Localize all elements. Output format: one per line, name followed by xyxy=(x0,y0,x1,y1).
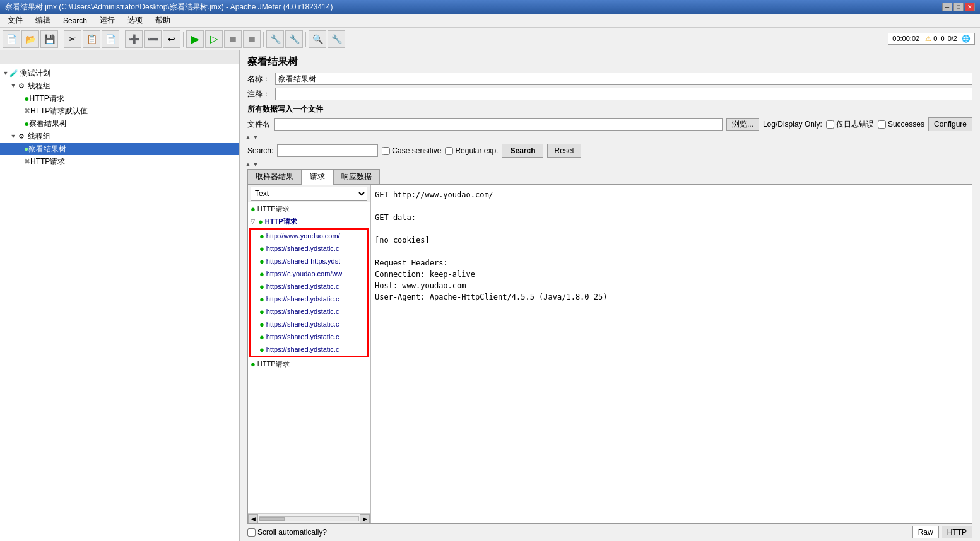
tree-label-threadgroup1: 线程组 xyxy=(28,81,50,91)
browse-button[interactable]: 浏览... xyxy=(726,118,759,131)
list-item-cyoudao[interactable]: ● https://c.youdao.com/ww xyxy=(251,267,367,280)
name-input[interactable] xyxy=(275,73,972,85)
h-scroll-track[interactable] xyxy=(259,516,359,521)
successes-checkbox[interactable] xyxy=(878,120,886,129)
list-item-shared7[interactable]: ● https://shared.ydstatic.c xyxy=(251,343,367,356)
tree-item-httpreq1[interactable]: ● HTTP请求 xyxy=(0,92,239,105)
regular-exp-label[interactable]: Regular exp. xyxy=(445,146,498,155)
close-button[interactable]: ✕ xyxy=(965,3,975,11)
menu-run[interactable]: 运行 xyxy=(95,14,120,27)
toolbar-remote[interactable]: 🔧 xyxy=(266,30,284,48)
tab-sampler-result[interactable]: 取样器结果 xyxy=(247,169,302,184)
name-row: 名称： xyxy=(240,71,980,86)
menu-search[interactable]: Search xyxy=(58,15,92,26)
window-title: 察看结果树.jmx (C:\Users\Administrator\Deskto… xyxy=(5,2,942,13)
log-error-checkbox-label[interactable]: 仅日志错误 xyxy=(826,119,874,130)
menu-edit[interactable]: 编辑 xyxy=(30,14,56,27)
log-error-label: 仅日志错误 xyxy=(836,119,874,130)
list-item-httpreq-last[interactable]: ● HTTP请求 xyxy=(248,358,370,370)
list-item-youdao[interactable]: ● http://www.youdao.com/ xyxy=(251,230,367,242)
httpreq1-status-icon: ● xyxy=(24,93,29,103)
menu-bar: 文件 编辑 Search 运行 选项 帮助 xyxy=(0,14,980,28)
list-item-shared4[interactable]: ● https://shared.ydstatic.c xyxy=(251,305,367,318)
scroll-auto-checkbox-label[interactable]: Scroll automatically? xyxy=(247,528,327,537)
toolbar-open[interactable]: 📂 xyxy=(21,30,39,48)
tab-response-data[interactable]: 响应数据 xyxy=(333,169,380,184)
content-line-3: GET data: xyxy=(375,212,968,223)
menu-help[interactable]: 帮助 xyxy=(150,14,175,27)
reset-button[interactable]: Reset xyxy=(547,144,581,158)
list-item-shared5[interactable]: ● https://shared.ydstatic.c xyxy=(251,318,367,330)
content-line-7: Request Headers: xyxy=(375,257,968,269)
tree-item-threadgroup2[interactable]: ▼ ⚙ 线程组 xyxy=(0,130,239,143)
case-sensitive-checkbox[interactable] xyxy=(382,147,390,155)
bottom-tab-http[interactable]: HTTP xyxy=(942,526,972,538)
tab-request[interactable]: 请求 xyxy=(302,169,333,185)
toolbar-sep-4 xyxy=(263,32,264,47)
list-item-httpreq-parent[interactable]: ▽ ● HTTP请求 xyxy=(248,215,370,228)
search-input[interactable] xyxy=(277,144,378,157)
list-item-green-icon-3: ● xyxy=(259,231,264,241)
toolbar-cut[interactable]: ✂ xyxy=(64,30,81,48)
toolbar-save[interactable]: 💾 xyxy=(40,30,58,48)
bottom-tab-raw[interactable]: Raw xyxy=(912,526,939,538)
tree-label-viewresults2: 察看结果树 xyxy=(28,144,66,154)
list-item-httpreq-first[interactable]: ● HTTP请求 xyxy=(248,202,370,215)
toolbar-timer: 00:00:02 ⚠ 0 0 0/2 🌐 xyxy=(888,33,975,45)
list-item-shared6[interactable]: ● https://shared.ydstatic.c xyxy=(251,330,367,343)
h-scroll-left-btn[interactable]: ◀ xyxy=(248,514,258,524)
list-item-shared3[interactable]: ● https://shared.ydstatic.c xyxy=(251,293,367,305)
file-input[interactable] xyxy=(274,118,723,131)
list-item-shared1[interactable]: ● https://shared.ydstatic.c xyxy=(251,242,367,255)
toolbar-search[interactable]: 🔍 xyxy=(309,30,326,48)
tree-item-viewresults1[interactable]: ● 察看结果树 xyxy=(0,117,239,130)
tree-label-testplan: 测试计划 xyxy=(20,68,50,79)
down-arrow-icon[interactable]: ▼ xyxy=(252,134,259,141)
content-line-9: Host: www.youdao.com xyxy=(375,280,968,291)
configure-button[interactable]: Configure xyxy=(928,117,972,131)
comment-input[interactable] xyxy=(275,88,972,100)
list-item-label-shared1: https://shared.ydstatic.c xyxy=(266,245,339,252)
list-item-label-shared5: https://shared.ydstatic.c xyxy=(266,320,339,328)
menu-options[interactable]: 选项 xyxy=(122,14,148,27)
case-sensitive-label[interactable]: Case sensitive xyxy=(382,146,441,155)
toolbar-paste[interactable]: 📄 xyxy=(102,30,119,48)
toolbar-collapse[interactable]: ➖ xyxy=(144,30,162,48)
maximize-button[interactable]: □ xyxy=(953,3,964,11)
regular-exp-checkbox[interactable] xyxy=(445,147,453,155)
toolbar-toggle[interactable]: ↩ xyxy=(163,30,180,48)
list-item-green-icon-2: ● xyxy=(258,217,263,226)
scroll-auto-checkbox[interactable] xyxy=(247,528,256,537)
tree-item-threadgroup1[interactable]: ▼ ⚙ 线程组 xyxy=(0,79,239,92)
up-arrow2-icon[interactable]: ▲ xyxy=(245,161,251,168)
minimize-button[interactable]: ─ xyxy=(942,3,952,11)
tree-item-testplan[interactable]: ▼ 🧪 测试计划 xyxy=(0,67,239,79)
log-error-checkbox[interactable] xyxy=(826,120,834,129)
toolbar-stop[interactable]: ⏹ xyxy=(224,30,242,48)
search-button[interactable]: Search xyxy=(502,144,543,158)
toolbar-remote2[interactable]: 🔧 xyxy=(285,30,303,48)
list-item-shared-https[interactable]: ● https://shared-https.ydst xyxy=(251,255,367,267)
tree-label-httpreq1: HTTP请求 xyxy=(29,93,64,104)
tree-item-viewresults2[interactable]: ● 察看结果树 xyxy=(0,143,239,155)
toolbar-start-nopause[interactable]: ▷ xyxy=(205,30,223,48)
toolbar-expand[interactable]: ➕ xyxy=(125,30,143,48)
tree-item-httpdefault[interactable]: ✖ HTTP请求默认值 xyxy=(0,105,239,117)
successes-label: Successes xyxy=(888,120,924,129)
toolbar-copy[interactable]: 📋 xyxy=(83,30,100,48)
tree-item-httpreq2[interactable]: ✖ HTTP请求 xyxy=(0,155,239,168)
h-scroll-right-btn[interactable]: ▶ xyxy=(360,514,370,524)
menu-file[interactable]: 文件 xyxy=(3,14,28,27)
toolbar-start[interactable]: ▶ xyxy=(186,30,204,48)
toolbar-clear[interactable]: 🔧 xyxy=(328,30,345,48)
down-arrow2-icon[interactable]: ▼ xyxy=(252,161,259,168)
up-arrow-icon[interactable]: ▲ xyxy=(245,134,251,141)
list-dropdown[interactable]: Text XML HTML JSON xyxy=(251,187,367,201)
list-item-green-icon-10: ● xyxy=(259,320,264,329)
tree-label-threadgroup2: 线程组 xyxy=(28,131,50,142)
toolbar-shutdown[interactable]: ⏹ xyxy=(243,30,261,48)
toolbar-new[interactable]: 📄 xyxy=(3,30,20,48)
successes-checkbox-label[interactable]: Successes xyxy=(878,120,924,129)
viewresults1-status-icon: ● xyxy=(24,119,29,129)
list-item-shared2[interactable]: ● https://shared.ydstatic.c xyxy=(251,280,367,293)
